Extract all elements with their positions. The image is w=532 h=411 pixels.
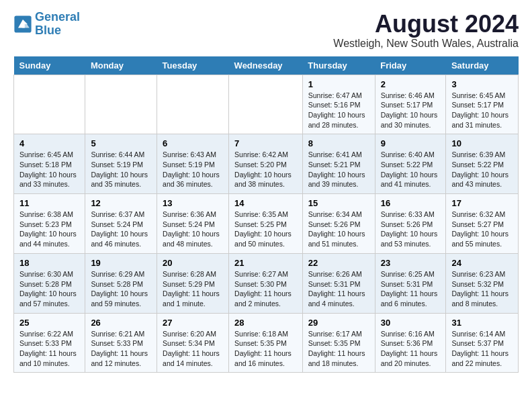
calendar-cell: 16Sunrise: 6:33 AM Sunset: 5:26 PM Dayli… [375, 194, 446, 254]
page-subtitle: Westleigh, New South Wales, Australia [333, 38, 519, 50]
day-detail: Sunrise: 6:40 AM Sunset: 5:22 PM Dayligh… [381, 150, 441, 189]
day-number: 21 [234, 258, 297, 268]
day-detail: Sunrise: 6:37 AM Sunset: 5:24 PM Dayligh… [91, 210, 151, 249]
calendar-cell: 9Sunrise: 6:40 AM Sunset: 5:22 PM Daylig… [375, 134, 446, 194]
day-number: 17 [451, 198, 513, 208]
day-detail: Sunrise: 6:23 AM Sunset: 5:32 PM Dayligh… [451, 269, 513, 309]
day-detail: Sunrise: 6:46 AM Sunset: 5:17 PM Dayligh… [381, 91, 441, 130]
day-detail: Sunrise: 6:33 AM Sunset: 5:26 PM Dayligh… [381, 210, 441, 249]
calendar-cell: 19Sunrise: 6:29 AM Sunset: 5:28 PM Dayli… [85, 253, 157, 313]
day-number: 14 [234, 198, 297, 208]
day-number: 12 [91, 198, 151, 208]
day-number: 16 [381, 198, 441, 208]
calendar-week-row: 25Sunrise: 6:22 AM Sunset: 5:33 PM Dayli… [14, 313, 519, 373]
day-number: 6 [163, 138, 223, 148]
day-number: 9 [381, 138, 441, 148]
day-number: 26 [91, 318, 151, 328]
day-detail: Sunrise: 6:41 AM Sunset: 5:21 PM Dayligh… [308, 150, 369, 189]
day-number: 7 [234, 138, 297, 148]
header-friday: Friday [375, 56, 446, 75]
day-detail: Sunrise: 6:34 AM Sunset: 5:26 PM Dayligh… [308, 210, 369, 249]
day-number: 19 [91, 258, 151, 268]
page-title: August 2024 [333, 11, 519, 38]
calendar-week-row: 11Sunrise: 6:38 AM Sunset: 5:23 PM Dayli… [14, 194, 519, 254]
header-thursday: Thursday [302, 56, 375, 75]
day-detail: Sunrise: 6:16 AM Sunset: 5:36 PM Dayligh… [381, 329, 441, 369]
calendar-cell: 2Sunrise: 6:46 AM Sunset: 5:17 PM Daylig… [375, 75, 446, 134]
day-detail: Sunrise: 6:25 AM Sunset: 5:31 PM Dayligh… [381, 269, 441, 309]
day-number: 28 [234, 318, 297, 328]
day-detail: Sunrise: 6:20 AM Sunset: 5:34 PM Dayligh… [163, 329, 223, 369]
day-detail: Sunrise: 6:47 AM Sunset: 5:16 PM Dayligh… [308, 91, 369, 130]
calendar-cell: 4Sunrise: 6:45 AM Sunset: 5:18 PM Daylig… [14, 134, 85, 194]
day-detail: Sunrise: 6:44 AM Sunset: 5:19 PM Dayligh… [91, 150, 151, 189]
calendar-cell [85, 75, 157, 134]
day-detail: Sunrise: 6:45 AM Sunset: 5:17 PM Dayligh… [451, 91, 513, 130]
header-tuesday: Tuesday [157, 56, 229, 75]
day-number: 30 [381, 318, 441, 328]
day-number: 11 [19, 198, 79, 208]
day-number: 22 [308, 258, 369, 268]
day-detail: Sunrise: 6:21 AM Sunset: 5:33 PM Dayligh… [91, 329, 151, 369]
calendar-week-row: 4Sunrise: 6:45 AM Sunset: 5:18 PM Daylig… [14, 134, 519, 194]
day-detail: Sunrise: 6:22 AM Sunset: 5:33 PM Dayligh… [19, 329, 79, 369]
day-number: 4 [19, 138, 79, 148]
calendar-cell: 3Sunrise: 6:45 AM Sunset: 5:17 PM Daylig… [446, 75, 519, 134]
day-detail: Sunrise: 6:29 AM Sunset: 5:28 PM Dayligh… [91, 269, 151, 309]
day-detail: Sunrise: 6:14 AM Sunset: 5:37 PM Dayligh… [451, 329, 513, 369]
calendar-cell: 28Sunrise: 6:18 AM Sunset: 5:35 PM Dayli… [229, 313, 303, 373]
calendar-cell: 5Sunrise: 6:44 AM Sunset: 5:19 PM Daylig… [85, 134, 157, 194]
day-number: 3 [451, 79, 513, 89]
day-number: 10 [451, 138, 513, 148]
calendar-cell [229, 75, 303, 134]
day-number: 18 [19, 258, 79, 268]
calendar-cell: 31Sunrise: 6:14 AM Sunset: 5:37 PM Dayli… [446, 313, 519, 373]
calendar-week-row: 18Sunrise: 6:30 AM Sunset: 5:28 PM Dayli… [14, 253, 519, 313]
calendar-header-row: SundayMondayTuesdayWednesdayThursdayFrid… [14, 56, 519, 75]
header-saturday: Saturday [446, 56, 519, 75]
day-number: 13 [163, 198, 223, 208]
day-detail: Sunrise: 6:28 AM Sunset: 5:29 PM Dayligh… [163, 269, 223, 309]
day-number: 5 [91, 138, 151, 148]
calendar-cell [157, 75, 229, 134]
logo-icon [13, 15, 32, 34]
header: General Blue August 2024 Westleigh, New … [13, 11, 519, 50]
calendar-cell: 14Sunrise: 6:35 AM Sunset: 5:25 PM Dayli… [229, 194, 303, 254]
day-detail: Sunrise: 6:30 AM Sunset: 5:28 PM Dayligh… [19, 269, 79, 309]
header-sunday: Sunday [14, 56, 85, 75]
calendar-cell: 24Sunrise: 6:23 AM Sunset: 5:32 PM Dayli… [446, 253, 519, 313]
day-detail: Sunrise: 6:36 AM Sunset: 5:24 PM Dayligh… [163, 210, 223, 249]
logo: General Blue [13, 11, 80, 38]
calendar-cell: 23Sunrise: 6:25 AM Sunset: 5:31 PM Dayli… [375, 253, 446, 313]
day-detail: Sunrise: 6:45 AM Sunset: 5:18 PM Dayligh… [19, 150, 79, 189]
day-number: 2 [381, 79, 441, 89]
calendar-cell: 15Sunrise: 6:34 AM Sunset: 5:26 PM Dayli… [302, 194, 375, 254]
calendar-cell: 18Sunrise: 6:30 AM Sunset: 5:28 PM Dayli… [14, 253, 85, 313]
day-detail: Sunrise: 6:27 AM Sunset: 5:30 PM Dayligh… [234, 269, 297, 309]
calendar-cell: 20Sunrise: 6:28 AM Sunset: 5:29 PM Dayli… [157, 253, 229, 313]
calendar-cell: 21Sunrise: 6:27 AM Sunset: 5:30 PM Dayli… [229, 253, 303, 313]
day-detail: Sunrise: 6:17 AM Sunset: 5:35 PM Dayligh… [308, 329, 369, 369]
day-detail: Sunrise: 6:39 AM Sunset: 5:22 PM Dayligh… [451, 150, 513, 189]
day-number: 1 [308, 79, 369, 89]
calendar-cell: 22Sunrise: 6:26 AM Sunset: 5:31 PM Dayli… [302, 253, 375, 313]
calendar-cell: 25Sunrise: 6:22 AM Sunset: 5:33 PM Dayli… [14, 313, 85, 373]
calendar-cell: 13Sunrise: 6:36 AM Sunset: 5:24 PM Dayli… [157, 194, 229, 254]
day-number: 27 [163, 318, 223, 328]
day-number: 31 [451, 318, 513, 328]
calendar-cell: 1Sunrise: 6:47 AM Sunset: 5:16 PM Daylig… [302, 75, 375, 134]
calendar-cell: 12Sunrise: 6:37 AM Sunset: 5:24 PM Dayli… [85, 194, 157, 254]
day-number: 24 [451, 258, 513, 268]
calendar-cell: 17Sunrise: 6:32 AM Sunset: 5:27 PM Dayli… [446, 194, 519, 254]
calendar-week-row: 1Sunrise: 6:47 AM Sunset: 5:16 PM Daylig… [14, 75, 519, 134]
day-number: 8 [308, 138, 369, 148]
day-detail: Sunrise: 6:38 AM Sunset: 5:23 PM Dayligh… [19, 210, 79, 249]
day-detail: Sunrise: 6:43 AM Sunset: 5:19 PM Dayligh… [163, 150, 223, 189]
calendar-cell: 7Sunrise: 6:42 AM Sunset: 5:20 PM Daylig… [229, 134, 303, 194]
day-detail: Sunrise: 6:26 AM Sunset: 5:31 PM Dayligh… [308, 269, 369, 309]
calendar-cell [14, 75, 85, 134]
day-detail: Sunrise: 6:35 AM Sunset: 5:25 PM Dayligh… [234, 210, 297, 249]
calendar-cell: 30Sunrise: 6:16 AM Sunset: 5:36 PM Dayli… [375, 313, 446, 373]
title-section: August 2024 Westleigh, New South Wales, … [333, 11, 519, 50]
calendar-cell: 6Sunrise: 6:43 AM Sunset: 5:19 PM Daylig… [157, 134, 229, 194]
